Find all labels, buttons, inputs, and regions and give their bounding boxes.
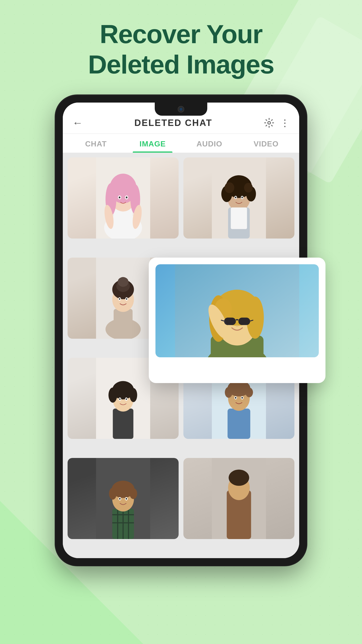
screen-title: DELETED CHAT — [134, 118, 213, 128]
svg-point-53 — [108, 388, 117, 402]
person-image-1 — [68, 158, 178, 238]
person-image-2 — [184, 158, 294, 238]
svg-point-10 — [119, 196, 120, 198]
svg-rect-100 — [236, 319, 238, 320]
phone-mockup: ← DELETED CHAT ⋮ CHAT IMAGE AUDIO VIDEO — [56, 96, 306, 565]
tab-image[interactable]: IMAGE — [124, 134, 181, 153]
app-bar-actions: ⋮ — [264, 118, 290, 128]
svg-point-95 — [246, 296, 264, 339]
floating-preview-card — [149, 258, 325, 383]
svg-point-25 — [241, 196, 243, 198]
grid-item-2[interactable] — [184, 158, 294, 238]
svg-point-24 — [235, 196, 236, 198]
grid-item-1[interactable] — [68, 158, 178, 238]
svg-point-68 — [241, 397, 243, 398]
svg-point-33 — [118, 277, 128, 287]
svg-point-57 — [119, 398, 121, 400]
svg-point-64 — [246, 388, 253, 397]
svg-point-37 — [126, 298, 127, 300]
svg-point-82 — [119, 498, 121, 500]
svg-rect-99 — [238, 318, 250, 325]
svg-point-103 — [236, 324, 239, 327]
tab-chat[interactable]: CHAT — [68, 134, 124, 153]
tab-bar: CHAT IMAGE AUDIO VIDEO — [63, 134, 299, 153]
svg-point-54 — [130, 388, 137, 402]
svg-point-79 — [130, 488, 137, 499]
tab-audio[interactable]: AUDIO — [181, 134, 238, 153]
svg-rect-98 — [224, 318, 236, 325]
person-image-7 — [68, 458, 178, 539]
svg-point-58 — [126, 398, 127, 400]
person-image-8 — [184, 458, 294, 539]
floating-card-footer — [155, 357, 319, 376]
svg-point-83 — [126, 498, 127, 500]
settings-icon[interactable] — [264, 118, 274, 128]
more-options-icon[interactable]: ⋮ — [280, 118, 290, 128]
svg-point-63 — [225, 387, 233, 398]
tab-video[interactable]: VIDEO — [238, 134, 295, 153]
front-camera — [178, 106, 184, 112]
grid-item-7[interactable] — [68, 458, 178, 539]
svg-point-21 — [244, 183, 253, 193]
svg-point-78 — [109, 488, 117, 500]
svg-rect-29 — [114, 309, 132, 336]
svg-point-11 — [126, 196, 127, 198]
preview-person-svg — [155, 264, 319, 357]
svg-point-36 — [119, 298, 120, 300]
svg-point-0 — [268, 122, 271, 124]
back-button[interactable]: ← — [72, 117, 83, 129]
svg-point-20 — [225, 182, 234, 193]
svg-rect-26 — [231, 208, 247, 229]
svg-rect-50 — [113, 408, 133, 439]
phone-notch — [155, 102, 207, 116]
page-title: Recover Your Deleted Images — [0, 19, 362, 80]
svg-rect-60 — [228, 408, 250, 439]
svg-point-67 — [235, 397, 236, 398]
floating-preview-image — [155, 264, 319, 357]
svg-point-87 — [229, 470, 249, 486]
grid-item-8[interactable] — [184, 458, 294, 539]
